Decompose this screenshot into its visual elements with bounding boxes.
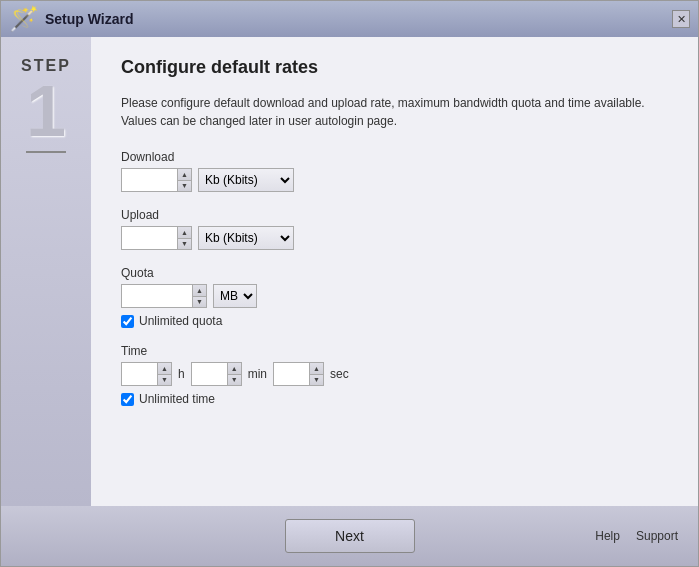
time-sec-up-btn[interactable]: ▲ xyxy=(309,363,323,375)
time-min-spinner: 0 ▲ ▼ xyxy=(191,362,242,386)
time-hours-up-btn[interactable]: ▲ xyxy=(157,363,171,375)
download-label: Download xyxy=(121,150,668,164)
quota-spinner: 500.00 ▲ ▼ xyxy=(121,284,207,308)
next-button[interactable]: Next xyxy=(285,519,415,553)
quota-spinner-buttons: ▲ ▼ xyxy=(192,285,206,307)
upload-input[interactable]: 80 xyxy=(122,227,177,249)
quota-label: Quota xyxy=(121,266,668,280)
time-sec-spinner: 0 ▲ ▼ xyxy=(273,362,324,386)
quota-unlimited-row: Unlimited quota xyxy=(121,314,668,328)
support-link[interactable]: Support xyxy=(636,529,678,543)
page-title: Configure default rates xyxy=(121,57,668,78)
step-number: 1 xyxy=(26,75,66,147)
quota-unit-select[interactable]: MB GB KB xyxy=(213,284,257,308)
download-row: 160 ▲ ▼ Kb (Kbits) Mb (Mbits) KB (KBytes… xyxy=(121,168,668,192)
time-hours-spinner-buttons: ▲ ▼ xyxy=(157,363,171,385)
quota-up-btn[interactable]: ▲ xyxy=(192,285,206,297)
time-unlimited-label: Unlimited time xyxy=(139,392,215,406)
main-panel: Configure default rates Please configure… xyxy=(91,37,698,506)
time-min-spinner-buttons: ▲ ▼ xyxy=(227,363,241,385)
download-field-group: Download 160 ▲ ▼ Kb (Kbits) Mb (Mbits) K… xyxy=(121,150,668,192)
description-text: Please configure default download and up… xyxy=(121,94,668,130)
download-down-btn[interactable]: ▼ xyxy=(177,181,191,192)
upload-unit-select[interactable]: Kb (Kbits) Mb (Mbits) KB (KBytes) MB (MB… xyxy=(198,226,294,250)
time-hours-down-btn[interactable]: ▼ xyxy=(157,375,171,386)
download-unit-select[interactable]: Kb (Kbits) Mb (Mbits) KB (KBytes) MB (MB… xyxy=(198,168,294,192)
time-hours-input[interactable]: 2 xyxy=(122,363,157,385)
upload-spinner: 80 ▲ ▼ xyxy=(121,226,192,250)
upload-field-group: Upload 80 ▲ ▼ Kb (Kbits) Mb (Mbits) KB (… xyxy=(121,208,668,250)
bottom-bar: Next Help Support xyxy=(1,506,698,566)
quota-field-group: Quota 500.00 ▲ ▼ MB GB KB xyxy=(121,266,668,328)
help-link[interactable]: Help xyxy=(595,529,620,543)
sidebar: STEP 1 xyxy=(1,37,91,506)
upload-down-btn[interactable]: ▼ xyxy=(177,239,191,250)
quota-unlimited-checkbox[interactable] xyxy=(121,315,134,328)
window-title: Setup Wizard xyxy=(45,11,672,27)
hours-unit-label: h xyxy=(178,367,185,381)
quota-input[interactable]: 500.00 xyxy=(122,285,192,307)
sec-unit-label: sec xyxy=(330,367,349,381)
main-window: 🪄 Setup Wizard ✕ STEP 1 Configure defaul… xyxy=(0,0,699,567)
title-bar: 🪄 Setup Wizard ✕ xyxy=(1,1,698,37)
upload-up-btn[interactable]: ▲ xyxy=(177,227,191,239)
quota-unlimited-label: Unlimited quota xyxy=(139,314,222,328)
download-spinner-buttons: ▲ ▼ xyxy=(177,169,191,191)
download-input[interactable]: 160 xyxy=(122,169,177,191)
min-unit-label: min xyxy=(248,367,267,381)
close-button[interactable]: ✕ xyxy=(672,10,690,28)
wizard-icon: 🪄 xyxy=(9,5,37,33)
time-field-group: Time 2 ▲ ▼ h 0 ▲ ▼ xyxy=(121,344,668,406)
time-sec-down-btn[interactable]: ▼ xyxy=(309,375,323,386)
upload-row: 80 ▲ ▼ Kb (Kbits) Mb (Mbits) KB (KBytes)… xyxy=(121,226,668,250)
time-sec-spinner-buttons: ▲ ▼ xyxy=(309,363,323,385)
time-unlimited-checkbox[interactable] xyxy=(121,393,134,406)
time-unlimited-row: Unlimited time xyxy=(121,392,668,406)
download-spinner: 160 ▲ ▼ xyxy=(121,168,192,192)
time-hours-spinner: 2 ▲ ▼ xyxy=(121,362,172,386)
quota-down-btn[interactable]: ▼ xyxy=(192,297,206,308)
time-min-input[interactable]: 0 xyxy=(192,363,227,385)
quota-row: 500.00 ▲ ▼ MB GB KB xyxy=(121,284,668,308)
content-area: STEP 1 Configure default rates Please co… xyxy=(1,37,698,506)
download-up-btn[interactable]: ▲ xyxy=(177,169,191,181)
upload-label: Upload xyxy=(121,208,668,222)
time-min-up-btn[interactable]: ▲ xyxy=(227,363,241,375)
time-min-down-btn[interactable]: ▼ xyxy=(227,375,241,386)
upload-spinner-buttons: ▲ ▼ xyxy=(177,227,191,249)
time-label: Time xyxy=(121,344,668,358)
time-sec-input[interactable]: 0 xyxy=(274,363,309,385)
time-row: 2 ▲ ▼ h 0 ▲ ▼ min xyxy=(121,362,668,386)
step-divider xyxy=(26,151,66,153)
bottom-links: Help Support xyxy=(595,529,678,543)
